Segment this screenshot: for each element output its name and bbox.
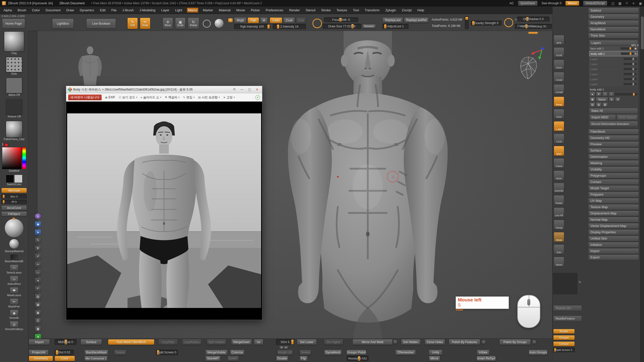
sculpt-figure[interactable] <box>274 31 486 339</box>
home-page-button[interactable]: Home Page <box>2 19 25 29</box>
basic-material-thumbnail[interactable] <box>11 255 18 260</box>
slider-thumb[interactable] <box>384 24 386 28</box>
minimize-icon[interactable]: — <box>239 88 245 91</box>
menu-item-marker[interactable]: Marker <box>202 8 214 13</box>
gravity-strength-slider[interactable]: Gravity Strength 0 <box>471 21 502 26</box>
layer-row-body-edit[interactable]: body edit 1 ● <box>589 51 638 56</box>
current-tool-thumbnail[interactable] <box>4 31 24 52</box>
gyro-icon[interactable] <box>203 20 211 28</box>
contact-section[interactable]: Contact <box>588 179 639 185</box>
menu-item-render[interactable]: Render <box>288 8 301 13</box>
slider-thumb[interactable] <box>291 340 294 344</box>
dynamic-toggle[interactable]: Dynamic <box>362 24 376 28</box>
local-button[interactable]: Local <box>554 133 564 144</box>
bookmark-menu[interactable]: ⚑ 책갈피▾ <box>165 95 179 100</box>
mask-by-feature-button[interactable]: MaskByFeature <box>553 315 582 321</box>
menu-item-edit[interactable]: Edit <box>99 8 106 13</box>
photo-library-menu[interactable]: ▤ 사진 보관함▾ <box>198 95 220 100</box>
menu-item-material[interactable]: Material <box>218 8 231 13</box>
maximize-icon[interactable]: ▢ <box>247 88 253 91</box>
default-zscript-button[interactable]: DefaultZScript <box>583 1 607 6</box>
brush-slot[interactable]: ✏ MaskPen <box>8 298 20 308</box>
alpha-thumbnail[interactable] <box>6 78 22 93</box>
slideshow-menu[interactable]: ▸ 슬라이드 쇼▾ <box>141 95 161 100</box>
layer-back-icon[interactable]: ⤵ <box>609 92 614 97</box>
pen-icon[interactable]: ✎ <box>35 237 41 243</box>
slider-thumb[interactable] <box>277 25 279 29</box>
dist-slider[interactable]: Dist 0.02 <box>55 350 74 355</box>
brush-slot[interactable]: ▭ SelectRect <box>7 276 21 285</box>
layer-flatten-icon[interactable]: ▥ <box>596 102 601 107</box>
live-boolean-button[interactable]: Live Boolean <box>86 19 116 29</box>
layer-strength-slider[interactable] <box>621 53 634 55</box>
menu-item-jbrush[interactable]: J-Brush <box>121 8 135 13</box>
unified-skin-section[interactable]: Unified Skin <box>588 236 639 241</box>
view-mode-menu[interactable]: ☑ 보기 모드▾ <box>119 95 137 100</box>
focal-shift-slider[interactable]: Focal Shift -5 <box>324 17 358 22</box>
masking-section[interactable]: Masking <box>588 160 639 166</box>
polypaint-section[interactable]: Polypaint <box>588 192 639 197</box>
see-through-slider[interactable]: See-through 0 <box>542 2 561 5</box>
inflate-button[interactable]: Inflate <box>477 350 490 355</box>
dynamesh-button[interactable]: DynaMesh <box>324 350 342 355</box>
brush-slot[interactable]: ⬭ SelectLasso <box>7 264 22 274</box>
zremesher-button[interactable]: ZRemesher <box>395 350 416 355</box>
del-mt-button[interactable]: DelMT <box>227 356 239 361</box>
mirror-button[interactable]: Mirror <box>429 356 440 361</box>
sculpt-viewport[interactable]: Body 사진 레퍼런스 > 26e1c1eef58ae9ab0122abd39… <box>37 31 552 339</box>
lazystep-slider[interactable]: LazyStep <box>158 339 178 345</box>
lock-menu[interactable]: ➤ 고정▾ <box>223 95 235 100</box>
menu-item-light[interactable]: Light <box>174 8 183 13</box>
border-button[interactable]: Border <box>553 329 575 334</box>
menu-item-draw[interactable]: Draw <box>65 8 75 13</box>
menu-item-layer[interactable]: Layer <box>160 8 171 13</box>
thickskin-section[interactable]: Thick Skin <box>588 33 639 38</box>
frame-button[interactable]: Frame <box>554 158 564 168</box>
arraymesh-section[interactable]: ArrayMesh <box>588 20 639 26</box>
adjust-last-slider[interactable]: AdjustLast 1 <box>382 24 409 29</box>
photo-icon[interactable]: ▣ <box>35 310 41 316</box>
obj-shadow-slider[interactable]: ObjShadow 0.3 <box>517 17 549 22</box>
min-connected-slider[interactable]: Min Connected 1 <box>84 356 108 361</box>
zoom3d-button[interactable]: Zoom3D <box>554 183 564 193</box>
palette-icon[interactable]: ▩ <box>35 326 41 332</box>
mrgb-button[interactable]: Mrgb <box>234 17 247 23</box>
secondary-material-sphere[interactable] <box>9 239 19 249</box>
layer-row-empty[interactable]: Layer <box>589 62 638 66</box>
smart-resym-button[interactable]: Smart ReSym <box>477 356 496 361</box>
delete-button-2[interactable]: Delete <box>299 350 311 355</box>
menu-item-zplugin[interactable]: Zplugin <box>384 8 397 13</box>
fibermesh-section[interactable]: FiberMesh <box>588 129 639 134</box>
lsym-button[interactable]: L.Sym <box>554 121 564 131</box>
record-deformation-button[interactable]: Record Deformation Animation <box>589 121 638 127</box>
edit-menu[interactable]: ✎ 편집▾ <box>183 95 195 100</box>
menus-button[interactable]: Menus <box>566 1 579 6</box>
bake-all-button[interactable]: Bake All <box>589 108 638 114</box>
accucurve-button[interactable]: AccuCurve <box>1 205 27 210</box>
target-icon[interactable]: ⟐ <box>626 1 628 5</box>
import-section[interactable]: Import <box>588 248 639 254</box>
replay-last-rel-button[interactable]: ReplayLastRel <box>404 17 429 23</box>
rgb-intensity-slider[interactable]: Rgb Intensity 100 <box>234 24 270 29</box>
layers-icon[interactable]: ▤ <box>35 294 41 300</box>
slider-thumb[interactable] <box>3 195 5 198</box>
pencil-icon[interactable]: ✐ <box>35 253 41 259</box>
dot-brush-icon[interactable]: ● <box>35 278 41 284</box>
z-intensity-slider[interactable]: Z Intensity 14 <box>273 24 306 29</box>
menu-item-zscript[interactable]: Zscript <box>401 8 413 13</box>
new-version-button[interactable]: 새 버전이 나왔습니다 <box>68 95 102 100</box>
menu-item-color[interactable]: Color <box>31 8 41 13</box>
document-icon[interactable]: ☰ <box>35 318 41 324</box>
crease-button[interactable]: Crease <box>553 341 575 346</box>
merge-visible-button[interactable]: MergeVisible <box>205 350 228 355</box>
knife-icon[interactable]: ✂ <box>35 261 41 267</box>
m-button[interactable]: M <box>260 17 268 23</box>
smooth-valleys-icon[interactable]: ◎ <box>10 321 18 328</box>
menu-item-transform[interactable]: Transform <box>364 8 381 13</box>
clip-brush-icon[interactable]: ⧨ <box>35 245 41 251</box>
switch-color-swatches[interactable] <box>6 175 22 183</box>
rgb-button[interactable]: Rgb <box>248 17 259 23</box>
persp-button[interactable]: Persp <box>554 97 564 107</box>
draw-size-icon[interactable] <box>312 19 322 28</box>
move-button[interactable]: ✛ Move <box>163 18 173 29</box>
